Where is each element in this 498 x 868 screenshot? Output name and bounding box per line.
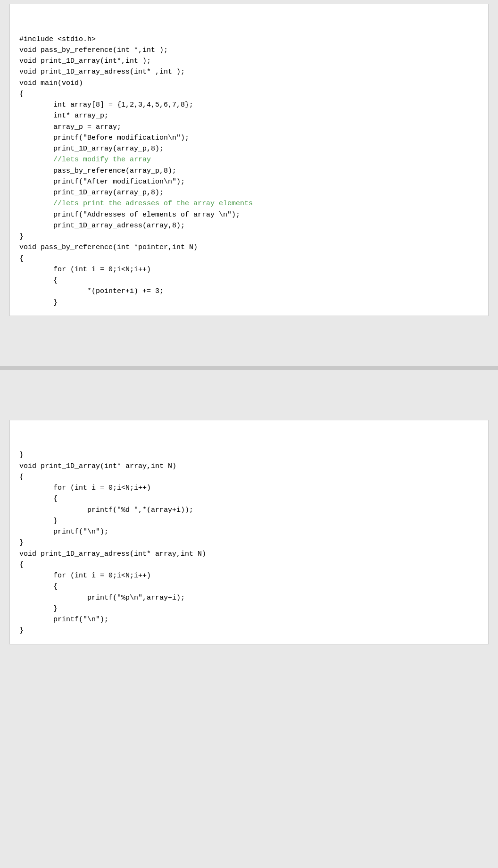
code-line: int array[8] = {1,2,3,4,5,6,7,8};: [19, 100, 479, 110]
code-block-bottom: }void print_1D_array(int* array,int N){ …: [9, 420, 489, 644]
code-line: void print_1D_array_adress(int* ,int );: [19, 67, 479, 77]
code-line: void print_1D_array_adress(int* array,in…: [19, 549, 479, 559]
code-line: print_1D_array(array_p,8);: [19, 187, 479, 198]
code-line: {: [19, 253, 479, 264]
code-line: {: [19, 493, 479, 504]
code-line: printf("Addresses of elements of array \…: [19, 209, 479, 220]
gap-section: [0, 316, 498, 420]
code-line: {: [19, 275, 479, 286]
code-line: {: [19, 581, 479, 592]
code-line: printf("\n");: [19, 614, 479, 625]
page-container: #include <stdio.h>void pass_by_reference…: [0, 0, 498, 868]
code-line: {: [19, 89, 479, 100]
code-block-top: #include <stdio.h>void pass_by_reference…: [9, 4, 489, 316]
code-line: printf("After modification\n");: [19, 176, 479, 187]
code-line: }: [19, 516, 479, 526]
code-line: }: [19, 537, 479, 548]
code-line: }: [19, 297, 479, 308]
code-line: //lets modify the array: [19, 154, 479, 165]
code-line: int* array_p;: [19, 110, 479, 121]
code-line: void print_1D_array(int*,int );: [19, 56, 479, 67]
code-line: //lets print the adresses of the array e…: [19, 198, 479, 209]
code-line: {: [19, 559, 479, 570]
code-line: printf("%d ",*(array+i));: [19, 505, 479, 516]
code-line: for (int i = 0;i<N;i++): [19, 264, 479, 275]
code-line: }: [19, 450, 479, 460]
code-line: pass_by_reference(array_p,8);: [19, 166, 479, 176]
divider-bar: [0, 366, 498, 370]
code-line: #include <stdio.h>: [19, 34, 479, 45]
code-line: printf("%p\n",array+i);: [19, 593, 479, 603]
code-line: for (int i = 0;i<N;i++): [19, 483, 479, 493]
code-line: void print_1D_array(int* array,int N): [19, 461, 479, 472]
code-line: print_1D_array_adress(array,8);: [19, 220, 479, 231]
code-line: printf("Before modification\n");: [19, 133, 479, 143]
code-line: void pass_by_reference(int *,int );: [19, 45, 479, 56]
code-line: void main(void): [19, 78, 479, 89]
code-line: {: [19, 472, 479, 483]
code-line: array_p = array;: [19, 122, 479, 133]
code-line: *(pointer+i) += 3;: [19, 286, 479, 297]
code-line: }: [19, 625, 479, 636]
code-line: }: [19, 231, 479, 242]
code-line: void pass_by_reference(int *pointer,int …: [19, 242, 479, 253]
code-line: print_1D_array(array_p,8);: [19, 143, 479, 154]
code-line: printf("\n");: [19, 526, 479, 537]
code-line: }: [19, 603, 479, 614]
code-line: for (int i = 0;i<N;i++): [19, 570, 479, 581]
